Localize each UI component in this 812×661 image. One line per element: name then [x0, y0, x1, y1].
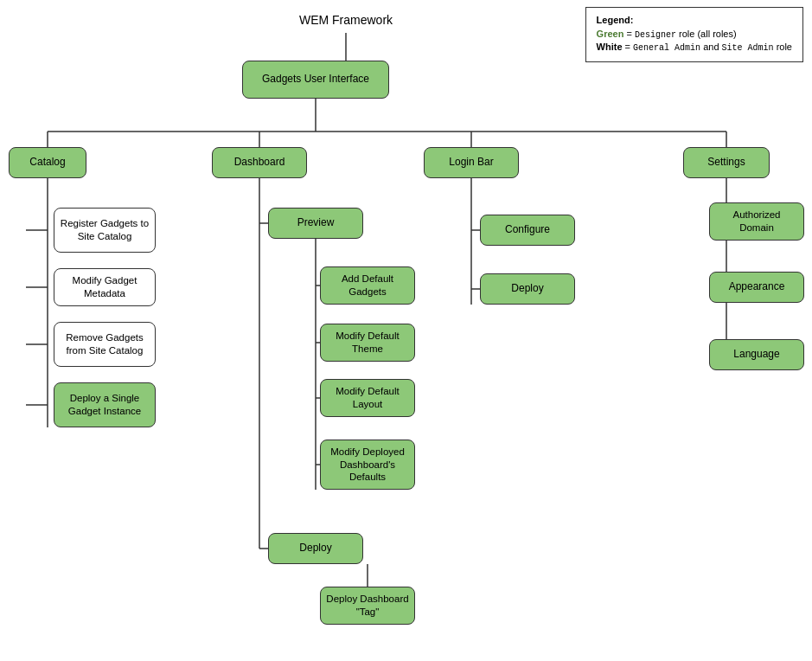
node-settings: Settings [683, 147, 770, 178]
node-deploysingle: Deploy a Single Gadget Instance [54, 382, 156, 427]
node-modifydeployed: Modify Deployed Dashboard's Defaults [320, 440, 415, 490]
node-appearance: Appearance [709, 272, 804, 303]
node-preview: Preview [268, 208, 363, 239]
node-modifymeta: Modify Gadget Metadata [54, 268, 156, 306]
legend-green-desc: = Designer role (all roles) [623, 29, 736, 39]
node-modifytheme: Modify Default Theme [320, 324, 415, 362]
node-configure: Configure [480, 215, 575, 246]
legend-title: Legend: [597, 15, 792, 25]
node-modifylayout: Modify Default Layout [320, 379, 415, 417]
node-gui: Gadgets User Interface [242, 61, 389, 99]
node-dashboard: Dashboard [212, 147, 307, 178]
legend-green-label: Green [597, 29, 624, 39]
legend-white-item: White = General Admin and Site Admin rol… [597, 42, 792, 53]
legend: Legend: Green = Designer role (all roles… [585, 7, 803, 62]
node-deploy-dash: Deploy [268, 533, 363, 564]
node-language: Language [709, 339, 804, 370]
node-loginbar: Login Bar [424, 147, 519, 178]
legend-white-label: White [597, 42, 623, 52]
legend-green-item: Green = Designer role (all roles) [597, 29, 792, 40]
node-deploytag: Deploy Dashboard "Tag" [320, 587, 415, 625]
root-title: WEM Framework [277, 7, 415, 33]
legend-white-desc: = General Admin and Site Admin role [623, 42, 792, 52]
node-catalog: Catalog [9, 147, 86, 178]
node-adddefault: Add Default Gadgets [320, 266, 415, 305]
diagram-container: Legend: Green = Designer role (all roles… [0, 0, 812, 661]
node-deploy-login: Deploy [480, 273, 575, 305]
node-register: Register Gadgets to Site Catalog [54, 208, 156, 253]
node-removegadgets: Remove Gadgets from Site Catalog [54, 322, 156, 367]
node-authdom: Authorized Domain [709, 202, 804, 241]
